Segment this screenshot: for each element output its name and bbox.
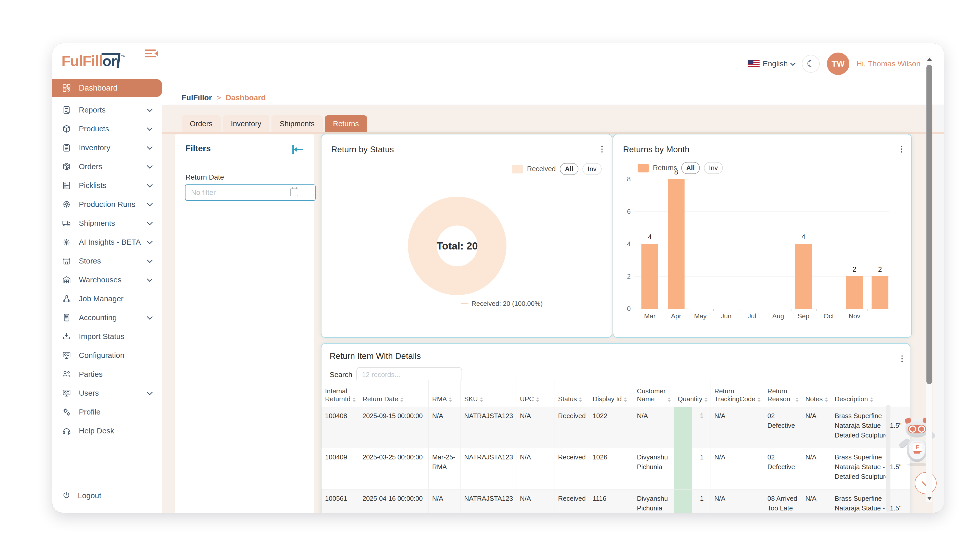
chevron-down-icon xyxy=(147,219,153,225)
column-header-return-reason[interactable]: Return Reason xyxy=(764,380,802,407)
cell-customer-name: Divyanshu Pichunia xyxy=(633,489,674,513)
column-header-notes[interactable]: Notes xyxy=(802,380,831,407)
x-axis-label: Apr xyxy=(665,312,687,320)
sidebar-item-dashboard[interactable]: Dashboard xyxy=(52,79,162,97)
column-header-internal-return-id[interactable]: Internal ReturnId xyxy=(321,380,359,407)
x-axis-label: Oct xyxy=(817,312,840,320)
calendar-icon[interactable] xyxy=(290,189,298,196)
scroll-down-button[interactable] xyxy=(915,472,937,494)
column-header-return-date[interactable]: Return Date xyxy=(359,380,428,407)
bar-Apr[interactable] xyxy=(668,179,684,309)
months-inv-button[interactable]: Inv xyxy=(704,162,723,174)
stores-icon xyxy=(62,256,72,266)
sidebar-item-stores[interactable]: Stores xyxy=(52,251,162,270)
cell-return-reason: 02 Defective xyxy=(764,407,802,448)
scrollbar-up-arrow[interactable] xyxy=(927,58,932,61)
cell-status: Received xyxy=(554,448,589,489)
sidebar-collapse-icon[interactable] xyxy=(145,48,158,60)
legend-label-received[interactable]: Received xyxy=(527,165,556,173)
bar-Nov[interactable] xyxy=(846,276,863,309)
column-header-return-tracking-code[interactable]: Return TrackingCode xyxy=(711,380,764,407)
returns-by-month-card: Returns by Month Returns All Inv 86420 4… xyxy=(613,134,912,338)
sidebar-item-products[interactable]: Products xyxy=(52,119,162,138)
bar-extra[interactable] xyxy=(872,276,888,309)
reports-icon xyxy=(62,105,72,115)
cell-return-reason: 02 Defective xyxy=(764,448,802,489)
sidebar-item-inventory[interactable]: Inventory xyxy=(52,138,162,157)
cell-quantity: 1 xyxy=(674,489,711,513)
sidebar-item-shipments[interactable]: Shipments xyxy=(52,214,162,233)
table-scrollbar[interactable] xyxy=(886,405,891,512)
column-header-display-id[interactable]: Display Id xyxy=(589,380,633,407)
sidebar-item-picklists[interactable]: Picklists xyxy=(52,176,162,195)
column-header-upc[interactable]: UPC xyxy=(516,380,554,407)
x-axis-label: May xyxy=(689,312,712,320)
table-card-menu-icon[interactable] xyxy=(900,354,904,363)
column-header-status[interactable]: Status xyxy=(554,380,589,407)
sidebar-item-orders[interactable]: Orders xyxy=(52,157,162,176)
search-label: Search xyxy=(329,371,352,379)
sidebar-item-logout[interactable]: Logout xyxy=(62,487,101,504)
sidebar-item-accounting[interactable]: Accounting xyxy=(52,308,162,327)
bar-Sep[interactable] xyxy=(795,244,812,309)
sidebar-item-job-manager[interactable]: Job Manager xyxy=(52,289,162,308)
sort-icon xyxy=(400,397,403,403)
page-scrollbar-thumb[interactable] xyxy=(926,65,932,384)
breadcrumb-root[interactable]: FulFillor xyxy=(182,94,212,102)
language-selector[interactable]: English xyxy=(748,59,794,68)
column-header-customer-name[interactable]: Customer Name xyxy=(633,380,674,407)
sidebar-item-ai-insights-beta[interactable]: AI Insights - BETA xyxy=(52,233,162,251)
cell-return-date: 2025-09-15 00:00:00 xyxy=(359,407,428,448)
tab-inventory[interactable]: Inventory xyxy=(223,115,269,132)
sidebar-item-label: Products xyxy=(79,124,109,133)
dark-mode-toggle[interactable]: ☾ xyxy=(802,55,820,73)
months-card-menu-icon[interactable] xyxy=(900,144,903,154)
sidebar-item-reports[interactable]: Reports xyxy=(52,100,162,119)
table-row[interactable]: 1004082025-09-15 00:00:00N/ANATRAJSTA123… xyxy=(321,407,910,448)
brand-logo[interactable]: FulFillor™ xyxy=(62,52,158,73)
column-header-quantity[interactable]: Quantity xyxy=(674,380,711,407)
cell-rma: N/A xyxy=(428,407,461,448)
avatar[interactable]: TW xyxy=(827,52,850,75)
help-desk-icon xyxy=(62,426,72,436)
tab-orders[interactable]: Orders xyxy=(182,115,221,132)
logo-text-primary: FulFill xyxy=(62,53,103,69)
sort-icon xyxy=(624,397,627,403)
scrollbar-down-arrow[interactable] xyxy=(927,497,932,500)
production-runs-icon xyxy=(62,200,72,209)
sidebar-item-production-runs[interactable]: Production Runs xyxy=(52,195,162,214)
sidebar-item-import-status[interactable]: Import Status xyxy=(52,327,162,346)
sidebar-item-help-desk[interactable]: Help Desk xyxy=(52,421,162,440)
sidebar-item-warehouses[interactable]: Warehouses xyxy=(52,270,162,289)
bar-value-label: 4 xyxy=(640,233,660,241)
donut-total-label: Total: 20 xyxy=(408,197,506,295)
cell-notes: N/A xyxy=(802,448,831,489)
column-header-description[interactable]: Description xyxy=(831,380,910,407)
collapse-filters-icon[interactable] xyxy=(293,145,304,154)
column-header-rma[interactable]: RMA xyxy=(428,380,461,407)
column-header-sku[interactable]: SKU xyxy=(461,380,516,407)
tab-returns[interactable]: Returns xyxy=(325,115,367,132)
job-manager-icon xyxy=(62,294,72,303)
sidebar-item-label: Picklists xyxy=(79,181,107,190)
status-card-menu-icon[interactable] xyxy=(600,144,604,154)
sidebar-item-profile[interactable]: Profile xyxy=(52,403,162,421)
sort-icon xyxy=(795,397,799,403)
sidebar-item-configuration[interactable]: Configuration xyxy=(52,346,162,365)
tab-underline xyxy=(162,132,944,134)
table-row[interactable]: 1004092025-03-25 00:00:00Mar-25-RMANATRA… xyxy=(321,448,910,489)
moon-icon: ☾ xyxy=(807,59,815,69)
cell-display-id: 1116 xyxy=(589,489,633,513)
cell-return-date: 2025-04-16 00:00:00 xyxy=(359,489,428,513)
status-all-button[interactable]: All xyxy=(560,163,578,175)
sidebar: FulFillor™ DashboardReportsProductsInven… xyxy=(52,43,162,513)
sidebar-item-users[interactable]: Users xyxy=(52,384,162,403)
tab-shipments[interactable]: Shipments xyxy=(272,115,323,132)
status-inv-button[interactable]: Inv xyxy=(582,163,601,175)
sidebar-item-parties[interactable]: Parties xyxy=(52,365,162,384)
main-area: English ☾ TW Hi, Thomas Wilson FulFillor… xyxy=(162,43,944,513)
bar-Mar[interactable] xyxy=(641,244,658,309)
table-row[interactable]: 1005612025-04-16 00:00:00N/ANATRAJSTA123… xyxy=(321,489,910,513)
donut-chart[interactable]: Total: 20 xyxy=(408,197,506,295)
cell-notes: N/A xyxy=(802,407,831,448)
